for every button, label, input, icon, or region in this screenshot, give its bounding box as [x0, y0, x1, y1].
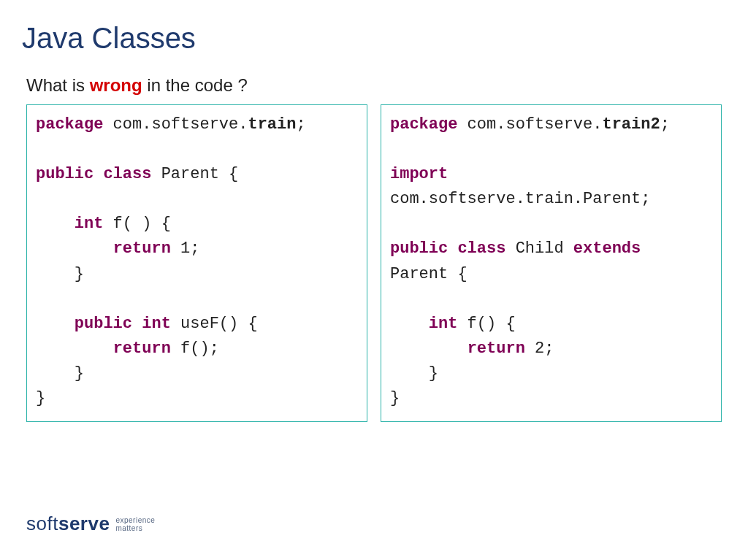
return-1: 1;	[171, 239, 200, 258]
logo-tagline: experience matters	[115, 516, 155, 532]
import-parent: com.softserve.train.Parent;	[390, 190, 650, 208]
question-text: What is wrong in the code ?	[26, 75, 726, 96]
pkg-train2: train2	[602, 115, 660, 134]
tag-line1: experience	[115, 516, 155, 524]
kw-package: package	[36, 115, 103, 134]
kw-int: int	[429, 315, 458, 333]
indent	[36, 340, 113, 358]
kw-return: return	[113, 239, 171, 258]
f-sig: f( ) {	[103, 215, 170, 233]
kw-public-class: public class	[390, 239, 505, 258]
indent	[36, 315, 75, 333]
kw-return: return	[468, 340, 525, 358]
close-brace: }	[36, 265, 84, 283]
f-sig: f() {	[457, 315, 515, 333]
kw-import: import	[390, 165, 448, 183]
usef-sig: useF() {	[171, 315, 258, 333]
kw-package: package	[390, 115, 457, 134]
indent	[390, 315, 429, 333]
kw-public-int: public int	[75, 315, 171, 333]
close-brace: }	[390, 364, 438, 383]
tag-line2: matters	[115, 524, 142, 532]
indent	[390, 340, 468, 358]
kw-return: return	[113, 340, 171, 358]
pkg-train: train	[248, 115, 296, 134]
pkg-prefix: com.softserve.	[103, 115, 248, 134]
close-brace: }	[36, 389, 45, 407]
logo-serve: serve	[58, 513, 110, 534]
close-brace: }	[390, 389, 400, 407]
return-f: f();	[171, 340, 219, 358]
decl-child: Child	[505, 239, 573, 258]
decl-parent: Parent {	[151, 165, 238, 183]
code-box-left: package com.softserve.train; public clas…	[26, 104, 367, 422]
code-columns: package com.softserve.train; public clas…	[26, 104, 722, 422]
indent	[36, 239, 113, 258]
question-wrong-word: wrong	[90, 75, 142, 95]
close-brace: }	[36, 364, 84, 383]
logo-soft: soft	[26, 513, 58, 534]
question-suffix: in the code ?	[142, 75, 248, 95]
kw-extends: extends	[573, 239, 641, 258]
kw-int: int	[75, 215, 104, 233]
semi: ;	[296, 115, 305, 134]
kw-public-class: public class	[36, 165, 151, 183]
footer-logo: softserve experience matters	[26, 513, 155, 535]
decl-parent-brace: Parent {	[390, 265, 468, 283]
slide-title: Java Classes	[22, 22, 726, 55]
return-2: 2;	[525, 340, 554, 358]
semi: ;	[660, 115, 670, 134]
indent	[36, 215, 75, 233]
question-prefix: What is	[26, 75, 90, 95]
code-box-right: package com.softserve.train2; import com…	[381, 104, 722, 422]
pkg-prefix: com.softserve.	[457, 115, 602, 134]
